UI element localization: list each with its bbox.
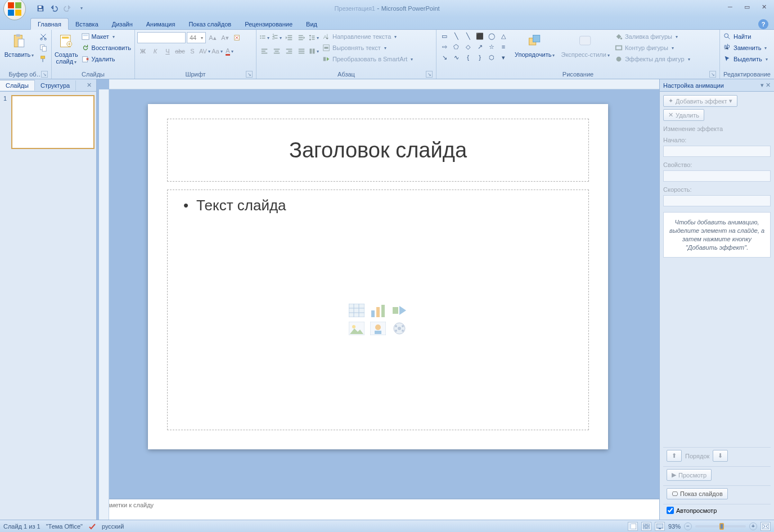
slide[interactable]: Заголовок слайда Текст слайда — [148, 104, 608, 449]
align-right-icon[interactable] — [284, 46, 295, 57]
arrange-button[interactable]: Упорядочить — [512, 31, 557, 60]
tab-review[interactable]: Рецензирование — [238, 19, 299, 29]
smartart-button[interactable]: Преобразовать в SmartArt — [321, 53, 414, 65]
slide-canvas-wrap[interactable]: Заголовок слайда Текст слайда — [97, 89, 659, 498]
italic-icon[interactable]: К — [150, 46, 161, 57]
tab-design[interactable]: Дизайн — [105, 19, 140, 29]
normal-view-icon[interactable] — [628, 522, 638, 531]
select-button[interactable]: Выделить — [722, 53, 769, 65]
remove-effect-button[interactable]: ✕ Удалить — [663, 109, 704, 121]
office-button[interactable] — [3, 0, 26, 20]
tab-animation[interactable]: Анимация — [140, 19, 182, 29]
tab-home[interactable]: Главная — [30, 18, 69, 30]
columns-icon[interactable] — [308, 46, 320, 57]
pane-menu-icon[interactable]: ▾ ✕ — [760, 82, 771, 89]
maximize-button[interactable]: ▭ — [740, 2, 754, 11]
new-slide-button[interactable]: Создать слайд — [54, 31, 79, 66]
title-placeholder[interactable]: Заголовок слайда — [167, 119, 589, 182]
preview-button[interactable]: ▶ Просмотр — [667, 469, 712, 481]
slideshow-view-icon[interactable] — [655, 522, 665, 531]
spellcheck-icon[interactable] — [88, 522, 96, 530]
save-icon[interactable] — [35, 3, 46, 14]
line-spacing-icon[interactable] — [308, 32, 320, 43]
shadow-icon[interactable]: S — [187, 46, 198, 57]
clipboard-launcher[interactable]: ↘ — [41, 71, 48, 78]
shapes-gallery[interactable]: ▭╲╲⬛◯△ ⇨⬠◇↗☆≡ ↘∿{}⬡▾ — [439, 31, 511, 62]
redo-icon[interactable] — [62, 3, 73, 14]
underline-icon[interactable]: Ч — [162, 46, 173, 57]
font-color-icon[interactable]: A — [224, 46, 235, 57]
bold-icon[interactable]: Ж — [137, 46, 148, 57]
replace-button[interactable]: abЗаменить — [722, 42, 769, 53]
tab-slides-thumbs[interactable]: Слайды — [0, 80, 35, 91]
cut-icon[interactable] — [38, 31, 49, 42]
justify-icon[interactable] — [296, 46, 307, 57]
layout-button[interactable]: Макет — [80, 31, 132, 42]
tab-view[interactable]: Вид — [299, 19, 324, 29]
shrink-font-icon[interactable]: A▾ — [219, 32, 231, 43]
reorder-up-button[interactable]: ⬆ — [667, 450, 682, 462]
numbering-icon[interactable]: 12 — [271, 32, 282, 43]
add-effect-button[interactable]: ✦ Добавить эффект ▾ — [663, 95, 737, 107]
zoom-in-button[interactable]: + — [749, 522, 757, 530]
tab-slideshow[interactable]: Показ слайдов — [182, 19, 238, 29]
start-select[interactable] — [663, 146, 771, 157]
font-launcher[interactable]: ↘ — [246, 71, 253, 78]
font-size-combo[interactable]: 44▾ — [187, 32, 206, 43]
align-text-button[interactable]: Выровнять текст — [321, 42, 414, 53]
pane-close-icon[interactable]: ✕ — [84, 82, 94, 89]
zoom-out-button[interactable]: − — [684, 522, 692, 530]
tab-outline[interactable]: Структура — [35, 80, 76, 91]
undo-icon[interactable] — [48, 3, 60, 14]
reset-button[interactable]: Восстановить — [80, 42, 132, 53]
insert-chart-icon[interactable] — [369, 303, 387, 318]
insert-table-icon[interactable] — [348, 303, 366, 318]
indent-icon[interactable] — [296, 32, 307, 43]
insert-clipart-icon[interactable] — [369, 321, 387, 336]
change-case-icon[interactable]: Aa — [212, 46, 223, 57]
insert-picture-icon[interactable] — [348, 321, 366, 336]
quick-styles-button[interactable]: Экспресс-стили — [559, 31, 611, 60]
grow-font-icon[interactable]: A▴ — [207, 32, 218, 43]
help-icon[interactable]: ? — [758, 19, 768, 29]
delete-button[interactable]: Удалить — [80, 53, 132, 65]
minimize-button[interactable]: ─ — [723, 2, 737, 11]
copy-icon[interactable] — [38, 42, 49, 53]
drawing-launcher[interactable]: ↘ — [709, 71, 716, 78]
notes-pane[interactable]: Заметки к слайду — [99, 498, 659, 520]
strike-icon[interactable]: abc — [174, 46, 186, 57]
align-center-icon[interactable] — [271, 46, 282, 57]
content-placeholder-icons[interactable] — [348, 303, 408, 336]
clear-format-icon[interactable] — [232, 32, 243, 43]
paragraph-launcher[interactable]: ↘ — [426, 71, 433, 78]
paste-button[interactable]: Вставить — [2, 31, 36, 60]
slideshow-button[interactable]: 🖵 Показ слайдов — [667, 488, 728, 499]
close-button[interactable]: ✕ — [757, 2, 771, 11]
reorder-down-button[interactable]: ⬇ — [713, 450, 728, 462]
qat-more-icon[interactable] — [75, 3, 87, 14]
slide-thumbnail[interactable] — [11, 95, 94, 149]
shape-effects-button[interactable]: Эффекты для фигур — [614, 53, 691, 65]
body-placeholder[interactable]: Текст слайда — [167, 190, 589, 430]
find-button[interactable]: Найти — [722, 31, 769, 42]
sorter-view-icon[interactable] — [641, 522, 651, 531]
text-direction-button[interactable]: AНаправление текста — [321, 31, 414, 42]
speed-select[interactable] — [663, 195, 771, 206]
insert-smartart-icon[interactable] — [390, 303, 408, 318]
bullets-icon[interactable] — [259, 32, 270, 43]
insert-media-icon[interactable] — [390, 321, 408, 336]
font-name-combo[interactable] — [137, 32, 186, 43]
zoom-slider[interactable] — [695, 525, 746, 528]
zoom-percent[interactable]: 93% — [668, 523, 681, 530]
property-select[interactable] — [663, 170, 771, 182]
format-painter-icon[interactable] — [38, 53, 49, 65]
char-spacing-icon[interactable]: AV — [199, 46, 210, 57]
align-left-icon[interactable] — [259, 46, 270, 57]
language-indicator[interactable]: русский — [102, 523, 124, 530]
tab-insert[interactable]: Вставка — [69, 19, 105, 29]
outdent-icon[interactable] — [284, 32, 295, 43]
fit-window-icon[interactable] — [760, 522, 771, 531]
shape-outline-button[interactable]: Контур фигуры — [614, 42, 691, 53]
autopreview-checkbox[interactable] — [667, 507, 674, 514]
shape-fill-button[interactable]: Заливка фигуры — [614, 31, 691, 42]
